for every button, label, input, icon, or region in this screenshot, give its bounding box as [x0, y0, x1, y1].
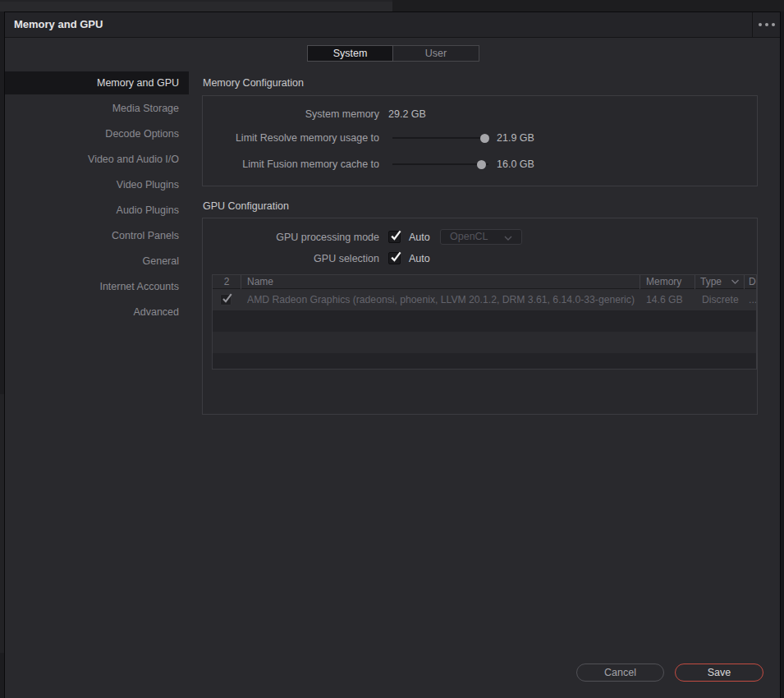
- slider-track: [392, 163, 488, 165]
- gpu-selection-label: GPU selection: [203, 250, 379, 267]
- resolve-memory-row: Limit Resolve memory usage to 21.9 GB: [203, 130, 757, 146]
- sidebar-item-internet-accounts[interactable]: Internet Accounts: [5, 275, 189, 298]
- checkmark-icon: [389, 228, 402, 241]
- dialog-titlebar: Memory and GPU: [5, 12, 780, 38]
- cancel-button[interactable]: Cancel: [576, 664, 664, 682]
- sidebar-item-decode-options[interactable]: Decode Options: [5, 122, 189, 145]
- preferences-dialog: Memory and GPU System User Memory and GP…: [4, 11, 781, 698]
- sidebar-item-audio-plugins[interactable]: Audio Plugins: [5, 199, 189, 222]
- fusion-cache-slider[interactable]: [392, 156, 488, 172]
- dialog-title: Memory and GPU: [14, 12, 103, 37]
- fusion-cache-label: Limit Fusion memory cache to: [203, 156, 379, 172]
- gpu-selection-auto-label: Auto: [409, 250, 430, 267]
- gpu-table-empty-row: [213, 353, 756, 370]
- gpu-memory-cell: 14.6 GB: [646, 289, 683, 310]
- gpu-table-empty-row: [213, 332, 756, 353]
- ellipsis-icon: [772, 23, 775, 26]
- slider-track: [392, 137, 488, 139]
- fusion-cache-row: Limit Fusion memory cache to 16.0 GB: [203, 156, 757, 172]
- resolve-memory-label: Limit Resolve memory usage to: [203, 130, 379, 146]
- chevron-down-icon: [504, 236, 512, 241]
- system-memory-value: 29.2 GB: [388, 106, 426, 122]
- column-separator: [744, 275, 745, 289]
- gpu-table: 2 Name Memory Type De AMD Ra: [212, 274, 757, 370]
- sidebar-item-video-plugins[interactable]: Video Plugins: [5, 173, 189, 196]
- ellipsis-icon: [759, 23, 762, 26]
- sidebar-item-video-and-audio-io[interactable]: Video and Audio I/O: [5, 148, 189, 171]
- gpu-configuration-title: GPU Configuration: [203, 198, 289, 214]
- column-header-name[interactable]: Name: [247, 275, 273, 288]
- slider-knob[interactable]: [480, 134, 489, 143]
- gpu-table-row[interactable]: AMD Radeon Graphics (radeonsi, phoenix, …: [213, 289, 756, 310]
- column-separator: [241, 275, 241, 289]
- system-memory-label: System memory: [203, 106, 379, 122]
- ellipsis-icon: [765, 23, 768, 26]
- sidebar-item-media-storage[interactable]: Media Storage: [5, 97, 189, 120]
- fusion-cache-value: 16.0 GB: [497, 156, 534, 172]
- column-separator: [695, 275, 695, 289]
- system-memory-row: System memory 29.2 GB: [203, 106, 757, 122]
- gpu-device-cell: ...: [749, 289, 757, 310]
- backdrop-app-top-right: [392, 0, 784, 11]
- gpu-row-checkbox[interactable]: [220, 294, 232, 305]
- titlebar-options-button[interactable]: [752, 12, 780, 37]
- resolve-memory-slider[interactable]: [392, 130, 488, 146]
- save-button[interactable]: Save: [675, 664, 763, 682]
- gpu-type-cell: Discrete: [702, 289, 739, 310]
- memory-configuration-title: Memory Configuration: [203, 75, 304, 91]
- gpu-selection-auto-checkbox[interactable]: [388, 252, 401, 264]
- gpu-name-cell: AMD Radeon Graphics (radeonsi, phoenix, …: [247, 289, 638, 310]
- tab-system[interactable]: System: [307, 45, 393, 62]
- column-header-count[interactable]: 2: [213, 275, 241, 288]
- gpu-table-header: 2 Name Memory Type De: [213, 275, 756, 289]
- slider-knob[interactable]: [477, 160, 486, 169]
- gpu-table-empty-row: [213, 310, 756, 332]
- checkmark-icon: [389, 250, 402, 263]
- resolve-memory-value: 21.9 GB: [497, 130, 534, 146]
- gpu-configuration-box: GPU processing mode Auto OpenCL GPU sele…: [202, 218, 758, 415]
- backdrop-app-right: [781, 11, 784, 698]
- sidebar-item-memory-and-gpu[interactable]: Memory and GPU: [5, 71, 189, 94]
- gpu-processing-mode-dropdown[interactable]: OpenCL: [440, 229, 522, 245]
- sidebar-item-advanced[interactable]: Advanced: [5, 301, 189, 324]
- sidebar-item-control-panels[interactable]: Control Panels: [5, 224, 189, 247]
- gpu-processing-mode-value: OpenCL: [450, 230, 488, 244]
- gpu-processing-mode-auto-checkbox[interactable]: [388, 231, 401, 243]
- gpu-processing-mode-label: GPU processing mode: [203, 229, 379, 246]
- column-header-type[interactable]: Type: [700, 275, 722, 288]
- tab-user[interactable]: User: [393, 45, 479, 62]
- gpu-selection-row: GPU selection Auto: [203, 250, 757, 267]
- column-header-memory[interactable]: Memory: [646, 275, 681, 288]
- checkmark-icon: [221, 292, 233, 304]
- scope-tabs: System User: [307, 45, 479, 62]
- column-separator: [640, 275, 640, 289]
- sort-chevron-icon[interactable]: [731, 279, 740, 285]
- column-header-device[interactable]: De: [749, 275, 757, 288]
- backdrop-app-top-left: [0, 0, 392, 11]
- sidebar-item-general[interactable]: General: [5, 250, 189, 273]
- memory-configuration-box: System memory 29.2 GB Limit Resolve memo…: [202, 95, 758, 186]
- gpu-processing-mode-auto-label: Auto: [409, 229, 430, 246]
